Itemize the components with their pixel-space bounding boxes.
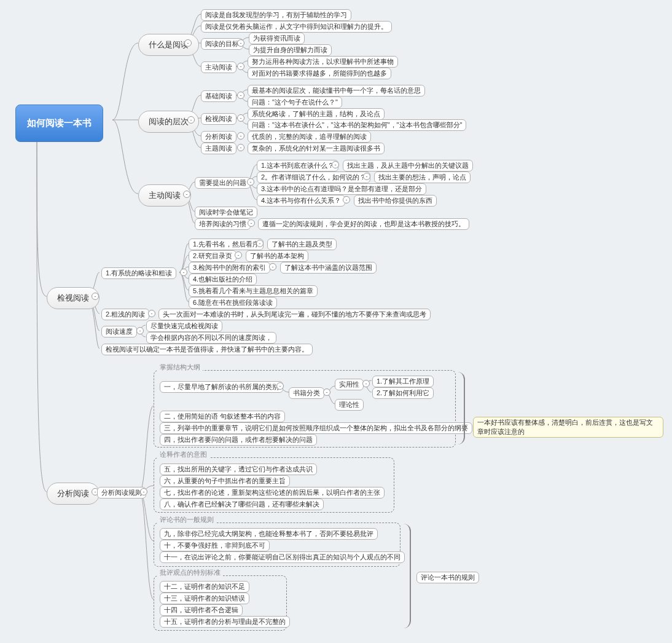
node[interactable]: 理论性 [335, 399, 364, 411]
node[interactable]: 4.也解出版社的介绍 [189, 274, 257, 285]
node[interactable]: 2.了解如何利用它 [372, 387, 434, 399]
callout-good-book: 一本好书应该有整体感，清楚明白，前后连贯，这也是写文章时应该注意的 [473, 417, 663, 438]
expand-icon[interactable]: - [140, 488, 147, 495]
node-inspectional[interactable]: 检视阅读 [201, 113, 236, 125]
node[interactable]: 了解书的主题及类型 [267, 239, 337, 250]
expand-icon[interactable]: - [148, 310, 155, 317]
expand-icon[interactable]: - [237, 144, 244, 151]
expand-icon[interactable]: - [235, 251, 242, 259]
group-label: 评论书的一般规则 [157, 515, 216, 524]
node[interactable]: 检视阅读可以确定一本书是否值得读，并快速了解书中的主要内容。 [101, 344, 313, 355]
node[interactable]: 十二，证明作者的知识不足 [160, 581, 249, 593]
node-active-reading-def[interactable]: 主动阅读 [201, 61, 236, 73]
expand-icon[interactable]: - [269, 263, 276, 270]
group-label: 批评观点的特别标准 [157, 568, 223, 577]
expand-icon[interactable]: - [187, 116, 195, 124]
node[interactable]: 3.检阅书中的附有的索引 [189, 262, 270, 274]
node-systematic-skim[interactable]: 1.有系统的略读和粗读 [101, 267, 176, 279]
expand-icon[interactable]: - [183, 191, 190, 198]
expand-icon[interactable]: - [323, 389, 330, 396]
node[interactable]: 努力运用各种阅读方法，以求理解书中所述事物 [248, 56, 398, 68]
expand-icon[interactable]: - [256, 240, 264, 247]
expand-icon[interactable]: - [237, 92, 244, 99]
node[interactable]: 找出书中给你提供的东西 [354, 195, 437, 207]
node-syntopical[interactable]: 主题阅读 [201, 143, 236, 154]
node[interactable]: 三，列举书中的重要章节，说明它们是如何按照顺序组织成一个整体的架构，拟出全书及各… [160, 422, 472, 434]
node[interactable]: 头一次面对一本难读的书时，从头到尾读完一遍，碰到不懂的地方不要停下来查询或思考 [158, 309, 431, 320]
node[interactable]: 优质的，完整的阅读，追寻理解的阅读 [248, 131, 371, 143]
expand-icon[interactable]: - [363, 173, 370, 180]
node[interactable]: 复杂的，系统化的针对某一主题阅读很多书 [248, 143, 385, 154]
node[interactable]: 阅读是自我发现型的学习，有别于辅助性的学习 [201, 9, 351, 21]
node[interactable]: 一，尽量早地了解所读的书所属的类别 [160, 381, 283, 393]
node[interactable]: 阅读是仅凭着头脑运作，从文字中得到知识和理解力的提升。 [201, 21, 392, 33]
brace-icon [402, 524, 411, 628]
node[interactable]: 3.这本书中的论点有道理吗？是全部有道理，还是部分 [257, 183, 426, 195]
node[interactable]: 十一，在说出评论之前，你要能证明自己区别得出真正的知识与个人观点的不同 [160, 551, 405, 563]
node-reading-speed[interactable]: 阅读速度 [101, 326, 137, 337]
node[interactable]: 为获得资讯而读 [249, 33, 305, 44]
node-analytical[interactable]: 分析阅读 [201, 131, 236, 143]
node[interactable]: 问题："这个句子在说什么？" [248, 97, 342, 108]
node[interactable]: 十四，证明作者不合逻辑 [160, 604, 243, 616]
brace-icon [458, 372, 465, 444]
expand-icon[interactable]: - [237, 132, 244, 140]
node-shallow-reading[interactable]: 2.粗浅的阅读 [101, 309, 149, 320]
node[interactable]: 4.这本书与你有什么关系？ [257, 195, 345, 207]
node[interactable]: 问题："这本书在谈什么"，"这本书的架构如何"，"这本书包含哪些部分" [248, 119, 466, 131]
node[interactable]: 1.先看书名，然后看序 [189, 239, 264, 250]
node[interactable]: 系统化略读，了解书的主题，结构，及论点 [248, 108, 385, 120]
expand-icon[interactable]: - [248, 219, 255, 227]
node[interactable]: 6.随意在书在挑些段落读读 [189, 297, 277, 309]
expand-icon[interactable]: - [247, 178, 254, 186]
node-book-classify[interactable]: 书籍分类 [289, 387, 324, 399]
node-analytical-rules[interactable]: 分析阅读规则 [97, 487, 146, 499]
node[interactable]: 十，不要争强好胜，非辩到底不可 [160, 540, 270, 551]
expand-icon[interactable]: - [92, 293, 99, 300]
node[interactable]: 阅读时学会做笔记 [195, 207, 257, 218]
expand-icon[interactable]: - [237, 63, 244, 70]
node[interactable]: 了解书的基本架构 [246, 250, 308, 262]
node-questions[interactable]: 需要提出的问题 [195, 177, 251, 189]
node[interactable]: 对面对的书籍要求得越多，所能得到的也越多 [248, 68, 391, 79]
node[interactable]: 为提升自身的理解力而读 [249, 44, 332, 56]
node[interactable]: 培养阅读的习惯 [195, 218, 251, 230]
expand-icon[interactable]: - [343, 196, 350, 203]
node[interactable]: 五，找出所用的关键字，透过它们与作者达成共识 [160, 464, 317, 475]
node[interactable]: 九，除非你己经完成大纲架构，也能诠释整本书了，否则不要轻易批评 [160, 528, 378, 540]
callout-critique-rules: 评论一本书的规则 [416, 572, 479, 583]
root-node[interactable]: 如何阅读一本书 [15, 105, 103, 142]
expand-icon[interactable]: - [136, 327, 144, 334]
expand-icon[interactable]: - [362, 380, 370, 387]
node[interactable]: 遵循一定的阅读规则，学会更好的阅读，也即是这本书教授的技巧。 [258, 218, 469, 230]
node[interactable]: 1.了解其工作原理 [372, 376, 434, 387]
node[interactable]: 十五，证明作者的分析与理由是不完整的 [160, 616, 290, 628]
node[interactable]: 实用性 [335, 379, 364, 390]
expand-icon[interactable]: - [237, 114, 244, 122]
node[interactable]: 七，找出作者的论述，重新架构这些论述的前因后果，以明白作者的主张 [160, 487, 385, 499]
node[interactable]: 学会根据内容的不同以不同的速度阅读， [146, 332, 276, 344]
group-label: 掌握结构大纲 [157, 363, 203, 372]
node[interactable]: 找出主要的想法，声明，论点 [374, 172, 471, 183]
expand-icon[interactable]: - [332, 161, 339, 168]
expand-icon[interactable]: - [276, 382, 284, 390]
node[interactable]: 2。作者详细说了什么，如何说的？ [257, 172, 370, 183]
node[interactable]: 八，确认作者已经解决了哪些问题，还有哪些未解决 [160, 499, 324, 510]
expand-icon[interactable]: - [180, 269, 187, 276]
node[interactable]: 十三，证明作者的知识错误 [160, 593, 249, 604]
node[interactable]: 最基本的阅读层次，能读懂书中每一个字，每名话的意思 [248, 85, 425, 97]
node[interactable]: 四，找出作者要问的问题，或作者想要解决的问题 [160, 434, 317, 446]
node[interactable]: 找出主题，及从主题中分解出的关键议题 [343, 160, 473, 172]
expand-icon[interactable]: - [237, 39, 244, 47]
node[interactable]: 了解这本书中涵盖的议题范围 [280, 262, 377, 274]
node[interactable]: 六，从重要的句子中抓出作者的重要主旨 [160, 475, 290, 487]
node[interactable]: 2.研究目录页 [189, 250, 236, 262]
node[interactable]: 尽量快速完成检视阅读 [146, 320, 222, 332]
expand-icon[interactable]: - [184, 39, 192, 47]
node[interactable]: 二，使用简短的语 句叙述整本书的内容 [160, 411, 285, 422]
node-basic-reading[interactable]: 基础阅读 [201, 90, 236, 102]
node[interactable]: 1.这本书到底在谈什么？ [257, 160, 338, 172]
node[interactable]: 5.挑着看几个看来与主题息息相关的篇章 [189, 285, 318, 297]
group-label: 诠释作者的意图 [157, 450, 209, 459]
